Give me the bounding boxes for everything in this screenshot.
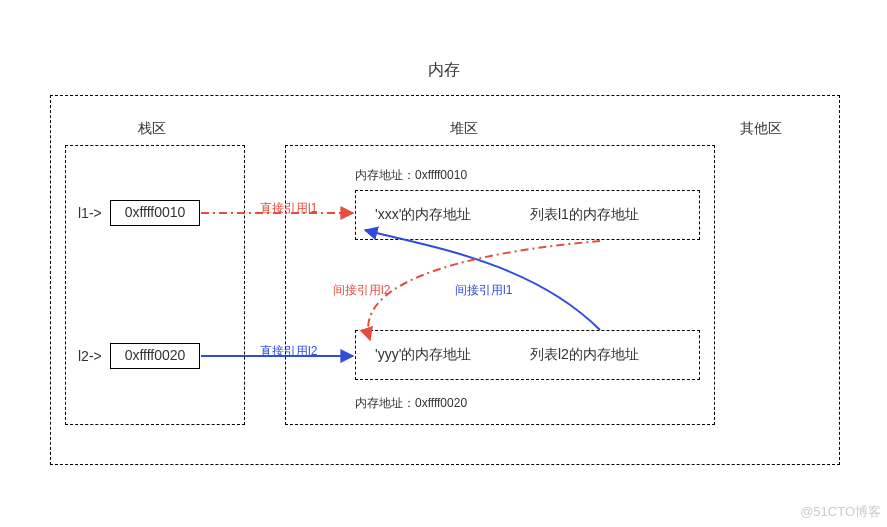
arrow-indirect-l2 [368,241,600,340]
arrows-layer [0,0,887,527]
watermark: @51CTO博客 [800,503,881,521]
arrow-indirect-l1 [365,230,600,330]
